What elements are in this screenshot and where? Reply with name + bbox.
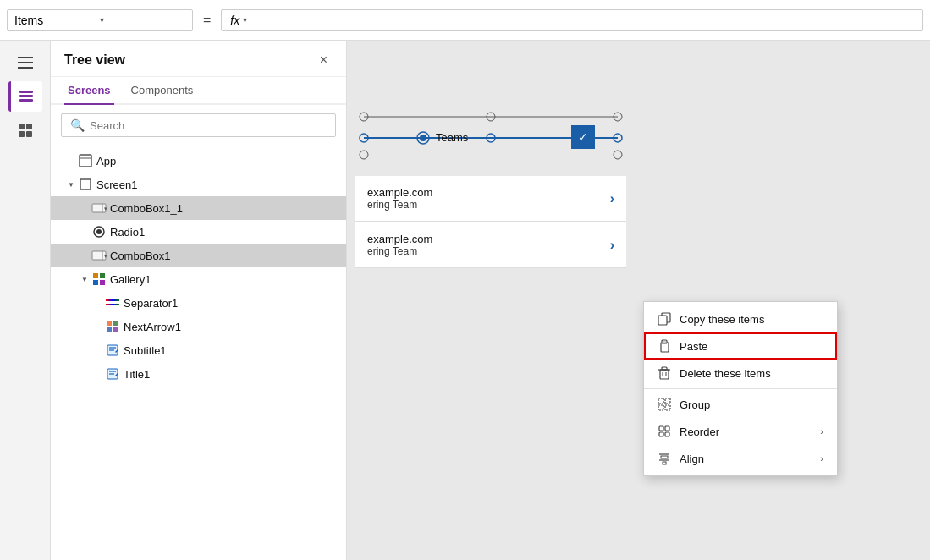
formula-dropdown[interactable]: Items ▾ xyxy=(7,9,193,31)
context-menu-copy-label: Copy these items xyxy=(680,313,823,326)
context-menu-align[interactable]: Align › xyxy=(644,445,837,472)
tree-tabs: Screens Components xyxy=(51,77,346,105)
tree-label-title1: Title1 xyxy=(124,368,150,381)
separator-icon xyxy=(105,295,120,310)
delete-icon xyxy=(658,366,671,380)
tree-close-button[interactable]: × xyxy=(315,51,333,69)
svg-rect-8 xyxy=(19,131,25,137)
svg-rect-52 xyxy=(661,343,669,352)
copy-icon xyxy=(658,312,671,326)
sidebar-menu-icon[interactable] xyxy=(8,47,42,78)
app-icon xyxy=(78,153,93,168)
tree-label-screen1: Screen1 xyxy=(96,178,137,191)
svg-point-45 xyxy=(360,151,368,159)
tree-label-combobox1: ComboBox1 xyxy=(110,250,171,262)
tree-item-nextarrow1[interactable]: NextArrow1 xyxy=(51,315,346,338)
context-menu-group[interactable]: Group xyxy=(644,391,837,418)
context-menu-delete-label: Delete these items xyxy=(680,367,823,380)
svg-rect-2 xyxy=(18,67,33,69)
radio-selector-bar: Teams ✓ xyxy=(355,108,626,159)
main-area: Tree view × Screens Components 🔍 App xyxy=(0,41,930,560)
context-menu-reorder-label: Reorder xyxy=(680,425,812,438)
formula-chevron-icon: ▾ xyxy=(100,15,185,25)
svg-rect-27 xyxy=(107,321,112,326)
context-menu-group-label: Group xyxy=(680,398,823,411)
sidebar-layers-icon[interactable] xyxy=(8,81,42,112)
hamburger-icon xyxy=(18,57,33,69)
svg-rect-69 xyxy=(661,456,668,458)
tab-screens[interactable]: Screens xyxy=(64,77,114,105)
tree-label-nextarrow1: NextArrow1 xyxy=(124,321,181,333)
svg-rect-26 xyxy=(106,304,119,305)
align-arrow-icon: › xyxy=(820,453,823,464)
tree-item-gallery1[interactable]: ▼ Gallery1 xyxy=(51,267,346,291)
svg-rect-61 xyxy=(665,398,670,404)
svg-rect-71 xyxy=(663,462,666,464)
context-menu-reorder[interactable]: Reorder › xyxy=(644,418,837,445)
search-input[interactable] xyxy=(90,119,327,132)
layers-icon xyxy=(18,88,35,105)
list-item-1: example.com ering Team › xyxy=(355,176,626,222)
svg-rect-9 xyxy=(26,131,32,137)
svg-point-48 xyxy=(420,135,426,141)
tree-title: Tree view xyxy=(64,52,125,68)
search-icon: 🔍 xyxy=(70,118,85,132)
list-item-1-chevron-icon: › xyxy=(610,191,614,206)
tree-item-app[interactable]: App xyxy=(51,149,346,173)
svg-text:Teams: Teams xyxy=(436,131,469,144)
svg-rect-28 xyxy=(113,321,118,326)
svg-rect-55 xyxy=(660,370,669,379)
tree-header: Tree view × xyxy=(51,41,346,77)
fx-bar[interactable]: fx ▾ xyxy=(221,9,923,31)
list-item-2-line1: example.com xyxy=(367,233,432,245)
tree-body: App ▼ Screen1 ▾ ComboBox1_1 xyxy=(51,145,346,560)
svg-rect-64 xyxy=(659,426,663,431)
svg-point-46 xyxy=(614,151,622,159)
tree-item-separator1[interactable]: Separator1 xyxy=(51,291,346,315)
left-sidebar xyxy=(0,41,51,560)
subtitle-icon xyxy=(105,343,120,358)
svg-point-17 xyxy=(96,229,102,234)
svg-rect-10 xyxy=(80,155,91,167)
list-item-1-line1: example.com xyxy=(367,186,432,199)
tree-item-title1[interactable]: Title1 xyxy=(51,362,346,386)
svg-rect-22 xyxy=(100,273,105,278)
context-menu-copy[interactable]: Copy these items xyxy=(644,305,837,332)
svg-text:▾: ▾ xyxy=(104,206,107,211)
svg-rect-29 xyxy=(107,327,112,332)
svg-rect-59 xyxy=(662,367,667,370)
gallery-icon xyxy=(91,272,107,287)
svg-rect-1 xyxy=(18,62,33,63)
sidebar-components-icon[interactable] xyxy=(8,115,42,145)
tree-label-subtitle1: Subtitle1 xyxy=(124,344,167,357)
fx-chevron-icon: ▾ xyxy=(243,15,247,25)
search-box[interactable]: 🔍 xyxy=(61,113,336,137)
svg-rect-54 xyxy=(663,341,666,343)
reorder-arrow-icon: › xyxy=(820,426,823,436)
radio-icon xyxy=(91,224,107,239)
menu-divider-1 xyxy=(644,388,837,389)
tree-item-combobox1[interactable]: ▾ ComboBox1 xyxy=(51,244,346,267)
tree-item-subtitle1[interactable]: Subtitle1 xyxy=(51,338,346,362)
canvas-area: Teams ✓ example.com ering Team › example… xyxy=(347,41,930,560)
tree-item-combobox1-1[interactable]: ▾ ComboBox1_1 xyxy=(51,196,346,220)
context-menu-delete[interactable]: Delete these items xyxy=(644,360,837,387)
fx-label: fx xyxy=(230,14,239,27)
combobox1-icon: ▾ xyxy=(91,248,107,263)
svg-rect-66 xyxy=(659,432,663,436)
svg-rect-3 xyxy=(19,91,33,93)
tree-item-radio1[interactable]: Radio1 xyxy=(51,220,346,244)
checkbox-blue: ✓ xyxy=(571,125,595,149)
tab-components[interactable]: Components xyxy=(128,77,197,105)
formula-label: Items xyxy=(14,14,100,27)
svg-rect-6 xyxy=(19,124,25,129)
svg-rect-12 xyxy=(80,179,91,189)
svg-rect-25 xyxy=(106,299,119,301)
svg-rect-67 xyxy=(665,432,669,436)
tree-panel: Tree view × Screens Components 🔍 App xyxy=(51,41,347,560)
list-item-2: example.com ering Team › xyxy=(355,222,626,268)
svg-rect-51 xyxy=(658,316,667,325)
tree-item-screen1[interactable]: ▼ Screen1 xyxy=(51,173,346,196)
context-menu-paste[interactable]: Paste xyxy=(644,332,837,360)
context-menu: Copy these items Paste Delete these item… xyxy=(643,301,838,476)
